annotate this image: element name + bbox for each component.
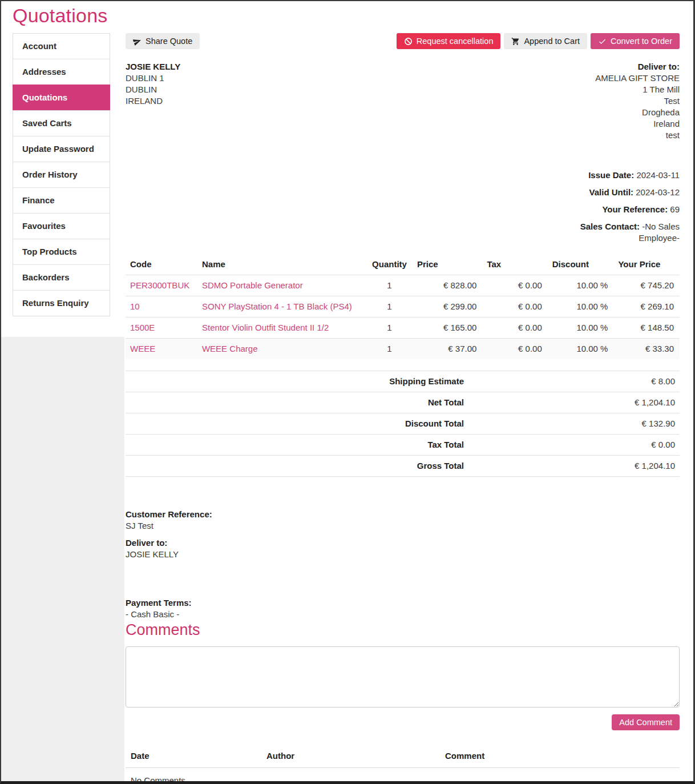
shipping-line: AMELIA GIFT STORE bbox=[595, 73, 680, 84]
col-header-your-price: Your Price bbox=[613, 254, 680, 275]
sales-contact: Sales Contact: -No Sales Employee- bbox=[573, 221, 680, 244]
item-price: € 165.00 bbox=[413, 317, 482, 339]
table-row: 1500E Stentor Violin Outfit Student II 1… bbox=[126, 317, 680, 339]
item-code-link[interactable]: 10 bbox=[130, 301, 140, 311]
sidebar: Account Addresses Quotations Saved Carts… bbox=[1, 29, 115, 316]
col-header-tax: Tax bbox=[482, 254, 547, 275]
item-name-link[interactable]: SONY PlayStation 4 - 1 TB Black (PS4) bbox=[202, 301, 352, 311]
col-header-price: Price bbox=[413, 254, 482, 275]
totals-row: Gross Total € 1,204.10 bbox=[126, 456, 680, 477]
table-row: WEEE WEEE Charge 1 € 37.00 € 0.00 10.00 … bbox=[126, 339, 680, 360]
shipping-line: Ireland bbox=[595, 118, 680, 130]
shipping-line: test bbox=[595, 130, 680, 141]
your-reference: Your Reference: 69 bbox=[126, 204, 680, 215]
totals-table: Shipping Estimate € 8.00 Net Total € 1,2… bbox=[126, 371, 680, 477]
billing-line: DUBLIN bbox=[126, 84, 180, 95]
total-value: € 1,204.10 bbox=[468, 392, 680, 413]
append-to-cart-button[interactable]: Append to Cart bbox=[504, 33, 587, 49]
paper-plane-icon bbox=[133, 37, 142, 46]
deliver-to: Deliver to: JOSIE KELLY bbox=[126, 537, 680, 560]
account-menu: Account Addresses Quotations Saved Carts… bbox=[13, 33, 110, 316]
shipping-line: Test bbox=[595, 95, 680, 107]
toolbar: Share Quote Request cancellation Append … bbox=[126, 33, 680, 49]
item-your-price: € 148.50 bbox=[613, 317, 680, 339]
item-discount: 10.00 % bbox=[548, 296, 614, 317]
request-cancellation-button[interactable]: Request cancellation bbox=[397, 33, 501, 49]
page-title: Quotations bbox=[13, 5, 693, 27]
item-discount: 10.00 % bbox=[548, 339, 614, 360]
items-header-row: Code Name Quantity Price Tax Discount Yo… bbox=[126, 254, 680, 275]
comment-input[interactable] bbox=[126, 646, 680, 707]
item-code-link[interactable]: PER3000TBUK bbox=[130, 280, 189, 290]
quote-details: Customer Reference: SJ Test Deliver to: … bbox=[126, 509, 680, 560]
col-header-code: Code bbox=[126, 254, 197, 275]
col-header-discount: Discount bbox=[548, 254, 614, 275]
sidebar-item-update-password[interactable]: Update Password bbox=[13, 136, 110, 162]
col-header-quantity: Quantity bbox=[367, 254, 413, 275]
item-name-link[interactable]: SDMO Portable Generator bbox=[202, 280, 303, 290]
item-quantity: 1 bbox=[367, 296, 413, 317]
item-price: € 299.00 bbox=[413, 296, 482, 317]
item-your-price: € 745.20 bbox=[613, 275, 680, 296]
sidebar-item-account[interactable]: Account bbox=[13, 34, 110, 59]
total-label: Net Total bbox=[126, 392, 468, 413]
billing-line: IRELAND bbox=[126, 95, 180, 107]
table-row: No Comments. bbox=[126, 768, 680, 784]
cart-icon bbox=[511, 37, 520, 46]
item-tax: € 0.00 bbox=[482, 275, 547, 296]
comments-heading: Comments bbox=[126, 621, 680, 639]
total-value: € 1,204.10 bbox=[468, 456, 680, 477]
total-value: € 132.90 bbox=[468, 413, 680, 435]
item-quantity: 1 bbox=[367, 275, 413, 296]
item-tax: € 0.00 bbox=[482, 317, 547, 339]
shipping-line: 1 The Mill bbox=[595, 84, 680, 95]
sidebar-item-top-products[interactable]: Top Products bbox=[13, 239, 110, 264]
item-your-price: € 269.10 bbox=[613, 296, 680, 317]
comments-header-row: Date Author Comment bbox=[126, 745, 680, 768]
item-code-link[interactable]: 1500E bbox=[130, 323, 155, 332]
item-quantity: 1 bbox=[367, 317, 413, 339]
sidebar-item-finance[interactable]: Finance bbox=[13, 187, 110, 213]
item-name-link[interactable]: Stentor Violin Outfit Student II 1/2 bbox=[202, 323, 329, 332]
col-header-name: Name bbox=[197, 254, 367, 275]
quotation-page: Quotations Account Addresses Quotations … bbox=[0, 0, 695, 784]
total-label: Shipping Estimate bbox=[126, 371, 468, 392]
shipping-address: Deliver to: AMELIA GIFT STORE 1 The Mill… bbox=[595, 61, 680, 141]
sidebar-item-favourites[interactable]: Favourites bbox=[13, 213, 110, 239]
table-row: 10 SONY PlayStation 4 - 1 TB Black (PS4)… bbox=[126, 296, 680, 317]
sidebar-item-order-history[interactable]: Order History bbox=[13, 162, 110, 187]
item-name-link[interactable]: WEEE Charge bbox=[202, 344, 258, 353]
total-value: € 8.00 bbox=[468, 371, 680, 392]
convert-to-order-button[interactable]: Convert to Order bbox=[591, 33, 680, 49]
quote-actions: Request cancellation Append to Cart Conv… bbox=[397, 33, 680, 49]
quote-items-table: Code Name Quantity Price Tax Discount Yo… bbox=[126, 254, 680, 359]
total-label: Gross Total bbox=[126, 456, 468, 477]
item-tax: € 0.00 bbox=[482, 339, 547, 360]
total-label: Discount Total bbox=[126, 413, 468, 435]
item-price: € 828.00 bbox=[413, 275, 482, 296]
item-quantity: 1 bbox=[367, 339, 413, 360]
customer-reference: Customer Reference: SJ Test bbox=[126, 509, 680, 532]
item-code-link[interactable]: WEEE bbox=[130, 344, 155, 353]
table-row: PER3000TBUK SDMO Portable Generator 1 € … bbox=[126, 275, 680, 296]
item-tax: € 0.00 bbox=[482, 296, 547, 317]
add-comment-button[interactable]: Add Comment bbox=[612, 714, 680, 730]
sidebar-item-returns-enquiry[interactable]: Returns Enquiry bbox=[13, 290, 110, 316]
totals-row: Net Total € 1,204.10 bbox=[126, 392, 680, 413]
comment-actions: Add Comment bbox=[126, 714, 680, 730]
sidebar-item-saved-carts[interactable]: Saved Carts bbox=[13, 110, 110, 136]
issue-date: Issue Date: 2024-03-11 bbox=[126, 170, 680, 181]
payment-terms: Payment Terms: - Cash Basic - bbox=[126, 597, 680, 620]
sidebar-item-backorders[interactable]: Backorders bbox=[13, 264, 110, 290]
check-icon bbox=[598, 37, 607, 46]
billing-line: DUBLIN 1 bbox=[126, 73, 180, 84]
item-discount: 10.00 % bbox=[548, 275, 614, 296]
billing-address: JOSIE KELLY DUBLIN 1 DUBLIN IRELAND bbox=[126, 61, 180, 141]
sidebar-item-quotations[interactable]: Quotations bbox=[13, 85, 110, 110]
share-quote-button[interactable]: Share Quote bbox=[126, 33, 200, 49]
col-header-author: Author bbox=[261, 745, 440, 768]
sidebar-item-addresses[interactable]: Addresses bbox=[13, 59, 110, 85]
item-discount: 10.00 % bbox=[548, 317, 614, 339]
total-label: Tax Total bbox=[126, 435, 468, 456]
page-header: Quotations bbox=[1, 1, 693, 29]
